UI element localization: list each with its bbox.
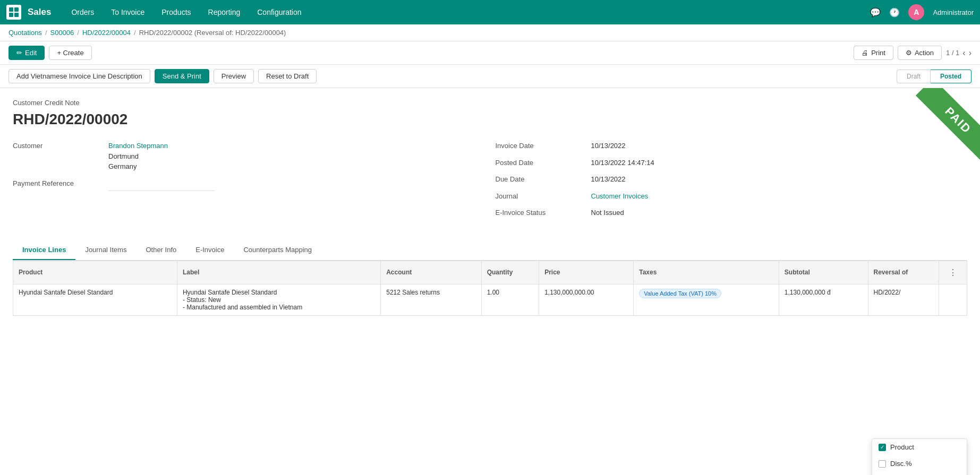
breadcrumb-sep-2: / xyxy=(77,29,79,37)
action-button[interactable]: ⚙ Action xyxy=(898,46,942,60)
col-account: Account xyxy=(381,261,481,284)
form-left: Customer Brandon Stepmann Dortmund Germa… xyxy=(13,141,485,224)
posted-date-label: Posted Date xyxy=(496,158,591,167)
checkbox-disc[interactable] xyxy=(879,460,886,468)
col-price: Price xyxy=(539,261,634,284)
menu-label-disc: Disc.% xyxy=(890,460,911,468)
due-date-value: 10/13/2022 xyxy=(591,174,626,185)
breadcrumb-sep-3: / xyxy=(134,29,136,37)
payment-ref-value[interactable] xyxy=(108,178,215,191)
col-quantity: Quantity xyxy=(481,261,539,284)
col-label: Label xyxy=(177,261,380,284)
cell-actions xyxy=(939,284,967,315)
cell-account: 5212 Sales returns xyxy=(381,284,481,315)
send-print-button[interactable]: Send & Print xyxy=(155,69,209,83)
next-page-button[interactable]: › xyxy=(969,48,972,58)
status-draft[interactable]: Draft xyxy=(897,70,931,83)
gear-icon: ⚙ xyxy=(906,49,912,57)
app-logo[interactable] xyxy=(6,5,21,20)
clock-icon[interactable]: 🕐 xyxy=(889,7,900,18)
due-date-field: Due Date 10/13/2022 xyxy=(496,174,968,185)
col-subtotal: Subtotal xyxy=(779,261,868,284)
pagination-text: 1 / 1 xyxy=(946,49,959,57)
menu-item-product[interactable]: Product xyxy=(872,439,967,455)
status-posted[interactable]: Posted xyxy=(931,70,972,83)
breadcrumb-current: RHD/2022/00002 (Reversal of: HD/2022/000… xyxy=(139,29,286,37)
customer-country: Germany xyxy=(108,161,168,172)
nav-products[interactable]: Products xyxy=(154,0,198,24)
customer-city: Dortmund xyxy=(108,151,168,162)
einvoice-value: Not Issued xyxy=(591,208,624,218)
einvoice-field: E-Invoice Status Not Issued xyxy=(496,208,968,218)
print-button[interactable]: 🖨 Print xyxy=(854,46,893,60)
invoice-table: Product Label Account Quantity Price Tax… xyxy=(13,261,967,316)
status-track: Draft Posted xyxy=(897,70,972,83)
preview-button[interactable]: Preview xyxy=(214,69,254,83)
print-icon: 🖨 xyxy=(862,49,868,57)
invoice-date-value: 10/13/2022 xyxy=(591,141,626,151)
col-reversal: Reversal of xyxy=(868,261,939,284)
payment-ref-field: Payment Reference xyxy=(13,178,485,191)
edit-button[interactable]: ✏ Edit xyxy=(8,46,45,60)
top-navigation: Sales Orders To Invoice Products Reporti… xyxy=(0,0,980,24)
add-vi-invoice-button[interactable]: Add Vietnamese Invoice Line Description xyxy=(8,69,150,83)
column-settings-button[interactable]: ⋮ xyxy=(944,265,961,280)
cell-reversal: HD/2022/ xyxy=(868,284,939,315)
tab-einvoice[interactable]: E-Invoice xyxy=(186,240,234,260)
col-settings: ⋮ xyxy=(939,261,967,284)
table-row: Hyundai Santafe Diesel Standard Hyundai … xyxy=(13,284,967,315)
cell-label: Hyundai Santafe Diesel Standard - Status… xyxy=(177,284,380,315)
tax-badge: Value Added Tax (VAT) 10% xyxy=(639,289,721,298)
posted-date-field: Posted Date 10/13/2022 14:47:14 xyxy=(496,158,968,168)
menu-label-product: Product xyxy=(890,443,914,451)
breadcrumb: Quotations / S00006 / HD/2022/00004 / RH… xyxy=(0,24,980,41)
col-product: Product xyxy=(13,261,177,284)
payment-ref-label: Payment Reference xyxy=(13,178,108,187)
tab-counterparts-mapping[interactable]: Counterparts Mapping xyxy=(234,240,321,260)
menu-item-taxes[interactable]: Taxes xyxy=(872,472,967,475)
avatar[interactable]: A xyxy=(908,4,924,20)
tab-invoice-lines[interactable]: Invoice Lines xyxy=(13,240,75,260)
reset-to-draft-button[interactable]: Reset to Draft xyxy=(258,69,317,83)
create-button[interactable]: + Create xyxy=(49,46,91,60)
nav-to-invoice[interactable]: To Invoice xyxy=(104,0,152,24)
customer-label: Customer xyxy=(13,141,108,150)
tab-other-info[interactable]: Other Info xyxy=(136,240,186,260)
invoice-date-field: Invoice Date 10/13/2022 xyxy=(496,141,968,151)
chat-icon[interactable]: 💬 xyxy=(870,7,881,18)
breadcrumb-s00006[interactable]: S00006 xyxy=(50,29,74,37)
tabs: Invoice Lines Journal Items Other Info E… xyxy=(13,240,967,261)
toolbar: ✏ Edit + Create 🖨 Print ⚙ Action 1 / 1 ‹… xyxy=(0,41,980,65)
nav-configuration[interactable]: Configuration xyxy=(250,0,309,24)
cell-subtotal: 1,130,000,000 đ xyxy=(779,284,868,315)
document-number: RHD/2022/00002 xyxy=(13,111,967,128)
einvoice-label: E-Invoice Status xyxy=(496,208,591,217)
menu-item-disc[interactable]: Disc.% xyxy=(872,455,967,472)
cell-taxes: Value Added Tax (VAT) 10% xyxy=(634,284,779,315)
app-name: Sales xyxy=(28,7,51,18)
form-right: Invoice Date 10/13/2022 Posted Date 10/1… xyxy=(496,141,968,224)
checkbox-product[interactable] xyxy=(879,444,886,451)
col-taxes: Taxes xyxy=(634,261,779,284)
journal-value[interactable]: Customer Invoices xyxy=(591,191,649,202)
nav-orders[interactable]: Orders xyxy=(64,0,101,24)
customer-name[interactable]: Brandon Stepmann xyxy=(108,141,168,151)
breadcrumb-quotations[interactable]: Quotations xyxy=(8,29,42,37)
breadcrumb-sep-1: / xyxy=(45,29,47,37)
prev-page-button[interactable]: ‹ xyxy=(962,48,965,58)
cell-quantity: 1.00 xyxy=(481,284,539,315)
posted-date-value: 10/13/2022 14:47:14 xyxy=(591,158,654,168)
action-bar: Add Vietnamese Invoice Line Description … xyxy=(0,65,980,88)
main-content: PAID Customer Credit Note RHD/2022/00002… xyxy=(0,88,980,475)
journal-field: Journal Customer Invoices xyxy=(496,191,968,202)
customer-field: Customer Brandon Stepmann Dortmund Germa… xyxy=(13,141,485,172)
breadcrumb-hd2022[interactable]: HD/2022/00004 xyxy=(82,29,131,37)
due-date-label: Due Date xyxy=(496,174,591,183)
username[interactable]: Administrator xyxy=(933,8,974,16)
pagination: 1 / 1 ‹ › xyxy=(946,48,972,58)
form-section: Customer Brandon Stepmann Dortmund Germa… xyxy=(13,141,967,224)
document-type: Customer Credit Note xyxy=(13,99,967,107)
tab-journal-items[interactable]: Journal Items xyxy=(75,240,136,260)
edit-icon: ✏ xyxy=(16,49,22,57)
nav-reporting[interactable]: Reporting xyxy=(201,0,248,24)
